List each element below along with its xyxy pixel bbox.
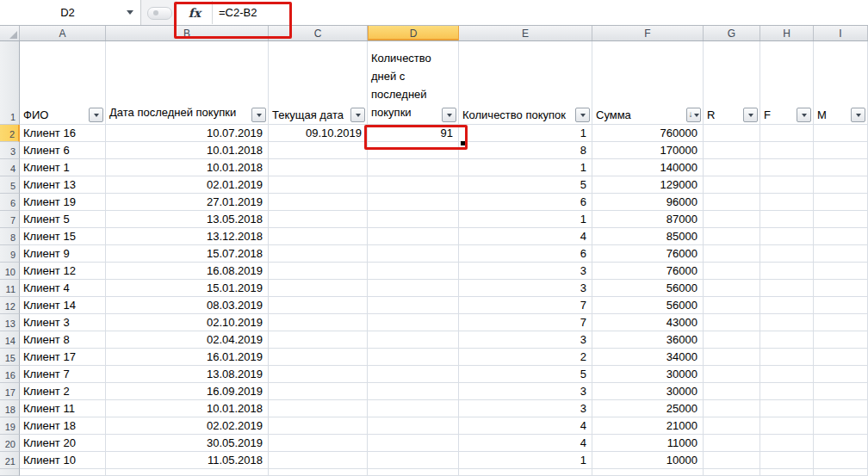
column-header-A[interactable]: A [20, 26, 106, 40]
cell-I12[interactable] [814, 297, 868, 314]
cell-A13[interactable]: Клиент 3 [20, 314, 106, 331]
cell-B16[interactable]: 13.08.2019 [106, 366, 269, 383]
cell-E12[interactable]: 7 [459, 297, 592, 314]
cell-A18[interactable]: Клиент 11 [20, 400, 106, 417]
cell-E10[interactable]: 3 [459, 263, 592, 280]
cell-A17[interactable]: Клиент 2 [20, 383, 106, 400]
column-header-I[interactable]: I [814, 26, 868, 40]
cell-C12[interactable] [269, 297, 368, 314]
cell-I17[interactable] [814, 383, 868, 400]
row-header-14[interactable]: 14 [0, 331, 20, 349]
cell-E13[interactable]: 7 [459, 314, 592, 331]
cell-C3[interactable] [269, 142, 368, 159]
cell-B18[interactable]: 10.01.2018 [106, 400, 269, 417]
cell-E9[interactable]: 6 [459, 245, 592, 263]
cell-E2[interactable]: 1 [459, 125, 592, 142]
cell-B9[interactable]: 15.07.2018 [106, 245, 269, 263]
cell-G7[interactable] [704, 211, 760, 228]
cell-F8[interactable]: 85000 [592, 228, 704, 245]
cell-C8[interactable] [269, 228, 368, 245]
cell-D14[interactable] [368, 331, 459, 349]
cell-partial-G[interactable] [704, 469, 760, 476]
cell-F20[interactable]: 11000 [592, 435, 704, 452]
cell-partial-I[interactable] [814, 469, 868, 476]
cell-C5[interactable] [269, 176, 368, 194]
cell-F13[interactable]: 43000 [592, 314, 704, 331]
select-all-corner[interactable] [0, 26, 20, 40]
cell-C14[interactable] [269, 331, 368, 349]
cell-A11[interactable]: Клиент 4 [20, 280, 106, 297]
cell-D8[interactable] [368, 228, 459, 245]
cell-A6[interactable]: Клиент 19 [20, 194, 106, 211]
cell-F17[interactable]: 30000 [592, 383, 704, 400]
cell-H9[interactable] [760, 245, 814, 263]
row-header-16[interactable]: 16 [0, 366, 20, 383]
cell-G21[interactable] [704, 452, 760, 469]
cell-A12[interactable]: Клиент 14 [20, 297, 106, 314]
column-header-D[interactable]: D [368, 26, 459, 40]
cell-H11[interactable] [760, 280, 814, 297]
filter-dropdown-button-B[interactable] [251, 108, 266, 122]
cell-H12[interactable] [760, 297, 814, 314]
cell-B3[interactable]: 10.01.2018 [106, 142, 269, 159]
cell-D6[interactable] [368, 194, 459, 211]
name-box-dropdown-icon[interactable] [127, 10, 133, 15]
cell-C16[interactable] [269, 366, 368, 383]
row-header-8[interactable]: 8 [0, 228, 20, 245]
column-header-G[interactable]: G [704, 26, 760, 40]
row-header-18[interactable]: 18 [0, 400, 20, 417]
cell-D18[interactable] [368, 400, 459, 417]
header-cell-C1[interactable]: Текущая дата [269, 41, 368, 125]
cell-partial-C[interactable] [269, 469, 368, 476]
cell-E6[interactable]: 6 [459, 194, 592, 211]
cell-G19[interactable] [704, 417, 760, 435]
row-header-11[interactable]: 11 [0, 280, 20, 297]
cell-B12[interactable]: 08.03.2019 [106, 297, 269, 314]
header-cell-F1[interactable]: Сумма↓ [592, 41, 704, 125]
cell-D3[interactable] [368, 142, 459, 159]
cell-H5[interactable] [760, 176, 814, 194]
row-header-13[interactable]: 13 [0, 314, 20, 331]
cell-H14[interactable] [760, 331, 814, 349]
cell-partial-A[interactable] [20, 469, 106, 476]
cell-D4[interactable] [368, 159, 459, 176]
header-cell-E1[interactable]: Количество покупок [459, 41, 592, 125]
cell-C19[interactable] [269, 417, 368, 435]
cell-D13[interactable] [368, 314, 459, 331]
cell-G5[interactable] [704, 176, 760, 194]
cell-G3[interactable] [704, 142, 760, 159]
cell-B13[interactable]: 02.10.2019 [106, 314, 269, 331]
cell-C7[interactable] [269, 211, 368, 228]
row-header-20[interactable]: 20 [0, 435, 20, 452]
cell-I20[interactable] [814, 435, 868, 452]
cell-H6[interactable] [760, 194, 814, 211]
cell-C11[interactable] [269, 280, 368, 297]
cell-G15[interactable] [704, 349, 760, 366]
cell-B2[interactable]: 10.07.2019 [106, 125, 269, 142]
cell-I6[interactable] [814, 194, 868, 211]
cell-G13[interactable] [704, 314, 760, 331]
filter-dropdown-button-E[interactable] [575, 108, 590, 122]
column-header-F[interactable]: F [592, 26, 704, 40]
row-header-9[interactable]: 9 [0, 245, 20, 263]
cell-E11[interactable]: 3 [459, 280, 592, 297]
cell-H13[interactable] [760, 314, 814, 331]
cell-A20[interactable]: Клиент 20 [20, 435, 106, 452]
cell-I13[interactable] [814, 314, 868, 331]
cell-A15[interactable]: Клиент 17 [20, 349, 106, 366]
name-box[interactable]: D2 [0, 0, 141, 25]
cell-D2[interactable]: 91 [368, 125, 459, 142]
cell-D12[interactable] [368, 297, 459, 314]
cell-B5[interactable]: 02.01.2019 [106, 176, 269, 194]
cell-H20[interactable] [760, 435, 814, 452]
cell-H18[interactable] [760, 400, 814, 417]
cell-A3[interactable]: Клиент 6 [20, 142, 106, 159]
cell-B7[interactable]: 13.05.2018 [106, 211, 269, 228]
cell-F21[interactable]: 10000 [592, 452, 704, 469]
cell-F2[interactable]: 760000 [592, 125, 704, 142]
cell-G9[interactable] [704, 245, 760, 263]
cell-H10[interactable] [760, 263, 814, 280]
header-cell-I1[interactable]: M [814, 41, 868, 125]
cell-F6[interactable]: 96000 [592, 194, 704, 211]
cell-G10[interactable] [704, 263, 760, 280]
